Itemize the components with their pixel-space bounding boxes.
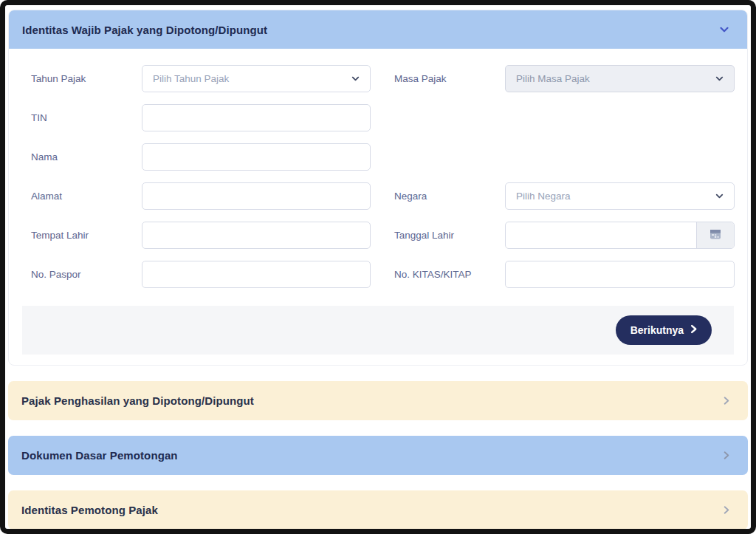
chevron-right-icon [689,324,698,336]
alamat-label: Alamat [31,191,142,202]
tempat-lahir-label: Tempat Lahir [31,230,142,241]
tanggal-lahir-label: Tanggal Lahir [371,230,505,241]
masa-pajak-select[interactable]: Pilih Masa Pajak [505,65,735,92]
alamat-input[interactable] [142,182,371,210]
app-frame: Identitas Wajib Pajak yang Dipotong/Dipu… [0,0,756,534]
section-title: Identitas Wajib Pajak yang Dipotong/Dipu… [22,24,267,36]
chevron-right-icon [721,450,732,461]
form-grid: Tahun Pajak Pilih Tahun Pajak Masa Pajak… [31,65,732,288]
section-identitas-wajib-pajak: Identitas Wajib Pajak yang Dipotong/Dipu… [8,10,748,366]
negara-placeholder: Pilih Negara [516,191,571,202]
section-title: Identitas Pemotong Pajak [21,504,158,516]
form-footer: Berikutnya [22,306,734,355]
no-paspor-input[interactable] [142,261,371,288]
tahun-pajak-placeholder: Pilih Tahun Pajak [153,73,229,84]
nama-label: Nama [31,151,142,162]
no-kitas-kitap-input[interactable] [505,261,735,288]
accordion-header-identitas-pemotong[interactable]: Identitas Pemotong Pajak [8,490,748,530]
accordion-header-identitas-wajib-pajak[interactable]: Identitas Wajib Pajak yang Dipotong/Dipu… [9,10,747,49]
chevron-down-icon [714,191,725,202]
tahun-pajak-select[interactable]: Pilih Tahun Pajak [142,65,371,92]
tanggal-lahir-field [505,222,735,249]
tanggal-lahir-input[interactable] [506,222,696,248]
form-body: Tahun Pajak Pilih Tahun Pajak Masa Pajak… [9,49,747,288]
chevron-down-icon [718,23,731,36]
tempat-lahir-input[interactable] [142,222,371,249]
chevron-right-icon [721,395,732,406]
no-paspor-label: No. Paspor [31,269,142,280]
nama-input[interactable] [142,143,371,171]
chevron-down-icon [714,73,725,84]
page: Identitas Wajib Pajak yang Dipotong/Dipu… [5,5,751,529]
masa-pajak-label: Masa Pajak [371,73,505,84]
next-button-label: Berikutnya [630,324,684,336]
negara-select[interactable]: Pilih Negara [505,182,735,210]
accordion-header-dokumen-dasar[interactable]: Dokumen Dasar Pemotongan [8,436,748,475]
calendar-icon [709,228,721,242]
section-title: Pajak Penghasilan yang Dipotong/Dipungut [21,394,254,407]
next-button[interactable]: Berikutnya [616,315,712,345]
no-kitas-kitap-label: No. KITAS/KITAP [371,269,505,280]
negara-label: Negara [371,191,505,202]
tin-input[interactable] [142,104,371,131]
masa-pajak-placeholder: Pilih Masa Pajak [516,73,590,84]
tin-label: TIN [31,112,142,123]
section-title: Dokumen Dasar Pemotongan [21,449,178,462]
calendar-button[interactable] [696,222,734,248]
tahun-pajak-label: Tahun Pajak [31,73,142,84]
chevron-right-icon [721,504,732,516]
accordion-header-pajak-penghasilan[interactable]: Pajak Penghasilan yang Dipotong/Dipungut [8,381,748,420]
chevron-down-icon [350,73,361,84]
